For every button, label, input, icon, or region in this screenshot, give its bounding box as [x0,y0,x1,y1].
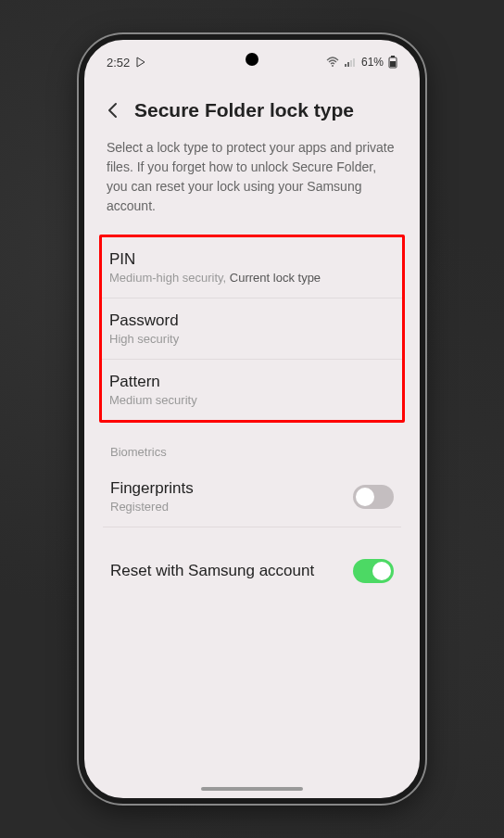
fingerprints-text: Fingerprints Registered [110,479,353,514]
fingerprints-item[interactable]: Fingerprints Registered [103,466,401,527]
signal-icon [344,57,357,68]
page-title: Secure Folder lock type [134,99,354,121]
svg-point-0 [332,65,334,67]
reset-samsung-item[interactable]: Reset with Samsung account [103,542,401,600]
play-store-icon [135,57,146,68]
phone-frame: 2:52 61% Secure Folder lock type Sel [79,34,425,804]
option-subtitle: Medium security [109,393,395,407]
content-area: Secure Folder lock type Select a lock ty… [84,77,420,798]
option-subtitle: Medium-high security, Current lock type [109,271,395,285]
toggle-knob [356,488,374,506]
status-time: 2:52 [107,56,130,70]
battery-percent: 61% [361,56,384,69]
fingerprints-subtitle: Registered [110,500,353,514]
svg-rect-2 [347,62,349,67]
option-title: PIN [109,250,395,269]
toggle-knob [372,562,391,580]
status-right: 61% [326,56,397,69]
svg-rect-6 [391,56,395,57]
page-header: Secure Folder lock type [103,77,401,138]
option-subtitle: High security [109,332,395,346]
highlighted-lock-options: PIN Medium-high security, Current lock t… [99,235,405,423]
biometrics-section-header: Biometrics [103,423,401,466]
svg-rect-3 [350,60,352,67]
status-left: 2:52 [107,56,146,70]
option-title: Password [109,311,395,330]
battery-icon [388,56,397,69]
back-button[interactable] [103,101,121,120]
lock-option-pattern[interactable]: Pattern Medium security [102,360,402,420]
fingerprints-title: Fingerprints [110,479,353,498]
svg-rect-7 [390,61,396,67]
home-indicator[interactable] [201,787,303,791]
lock-option-password[interactable]: Password High security [102,298,402,360]
wifi-icon [326,57,339,68]
svg-rect-4 [353,58,355,67]
fingerprints-toggle[interactable] [353,485,394,509]
camera-notch [246,53,258,66]
lock-option-pin[interactable]: PIN Medium-high security, Current lock t… [102,237,402,298]
description-text: Select a lock type to protect your apps … [103,138,401,235]
reset-title: Reset with Samsung account [110,562,314,580]
svg-rect-1 [345,64,346,67]
reset-toggle[interactable] [353,559,394,583]
option-title: Pattern [109,373,395,391]
